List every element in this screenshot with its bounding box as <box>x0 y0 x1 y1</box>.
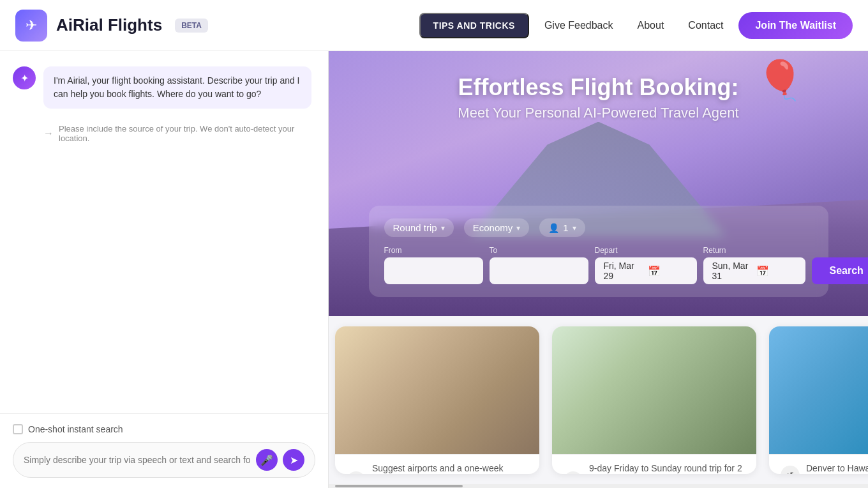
scroll-thumb <box>335 485 463 487</box>
card-arrow-india[interactable]: ↺ <box>347 471 366 474</box>
send-button[interactable]: ➤ <box>283 449 304 471</box>
cabin-class-chevron: ▾ <box>516 224 520 233</box>
return-date-value: Sun, Mar 31 <box>712 261 752 281</box>
return-date-picker[interactable]: Sun, Mar 31 📅 <box>703 257 805 284</box>
depart-label: Depart <box>595 246 697 255</box>
one-shot-toggle[interactable]: One-shot instant search <box>13 424 315 434</box>
nav-right: TIPS AND TRICKS Give Feedback About Cont… <box>419 12 853 39</box>
assistant-avatar: ✦ <box>13 66 36 89</box>
toggle-checkbox[interactable] <box>13 424 23 434</box>
card-footer-cairo: ↺ 9-day Friday to Sunday round trip for … <box>552 454 756 474</box>
to-field-group: To <box>490 246 588 284</box>
chat-input-row: 🎤 ➤ <box>13 442 315 478</box>
assistant-text: I'm Airial, your flight booking assistan… <box>54 75 300 99</box>
depart-calendar-icon: 📅 <box>648 265 688 277</box>
trip-type-selector[interactable]: Round trip ▾ <box>384 218 454 237</box>
chat-message: ✦ I'm Airial, your flight booking assist… <box>13 66 315 109</box>
from-field-group: From <box>384 246 483 284</box>
waitlist-button[interactable]: Join The Waitlist <box>738 12 853 39</box>
hint-text: Please include the source of your trip. … <box>59 124 315 143</box>
mic-button[interactable]: 🎤 <box>256 449 278 471</box>
passenger-selector[interactable]: 👤 1 ▾ <box>539 218 585 237</box>
card-arrow-hawaii[interactable]: ↺ <box>781 466 800 474</box>
cabin-class-label: Economy <box>473 222 513 233</box>
hint-arrow-icon: → <box>43 128 54 139</box>
depart-date-value: Fri, Mar 29 <box>604 261 644 281</box>
chat-panel: ✦ I'm Airial, your flight booking assist… <box>0 51 329 488</box>
card-text-india: Suggest airports and a one-week itinerar… <box>372 462 528 474</box>
passenger-icon: 👤 <box>548 223 559 233</box>
app-title: AiRial Flights <box>56 15 162 35</box>
return-field-group: Return Sun, Mar 31 📅 <box>703 246 805 284</box>
card-image-india <box>335 326 539 454</box>
navbar: ✈ AiRial Flights BETA TIPS AND TRICKS Gi… <box>0 0 868 51</box>
logo-icon: ✈ <box>15 10 47 42</box>
search-box: Round trip ▾ Economy ▾ 👤 1 ▾ Fr <box>369 206 828 297</box>
card-arrow-cairo[interactable]: ↺ <box>564 471 583 474</box>
card-text-cairo: 9-day Friday to Sunday round trip for 2 … <box>589 462 745 474</box>
scroll-indicator <box>329 484 868 488</box>
hero-title-line1: Effortless Flight Booking: <box>458 74 738 101</box>
about-link[interactable]: About <box>629 15 673 36</box>
destination-card: ↺ Denver to Hawaii, Friday morning; retu… <box>769 326 868 474</box>
assistant-bubble: I'm Airial, your flight booking assistan… <box>43 66 311 109</box>
card-text-hawaii: Denver to Hawaii, Friday morning; return… <box>806 462 868 474</box>
chat-footer: One-shot instant search 🎤 ➤ <box>0 413 328 488</box>
hero-title-line2: Meet Your Personal AI-Powered Travel Age… <box>458 105 738 121</box>
return-calendar-icon: 📅 <box>756 265 797 277</box>
destination-card: ↺ 9-day Friday to Sunday round trip for … <box>552 326 756 474</box>
hero-section: 🎈 Effortless Flight Booking: Meet Your P… <box>329 51 868 316</box>
depart-date-picker[interactable]: Fri, Mar 29 📅 <box>595 257 697 284</box>
depart-field-group: Depart Fri, Mar 29 📅 <box>595 246 697 284</box>
passenger-chevron: ▾ <box>572 224 576 233</box>
hero-title: Effortless Flight Booking: Meet Your Per… <box>458 74 738 121</box>
chat-input[interactable] <box>24 455 251 465</box>
toggle-label: One-shot instant search <box>28 424 123 434</box>
logo-container[interactable]: ✈ AiRial Flights BETA <box>15 10 208 42</box>
search-button[interactable]: Search <box>812 257 869 284</box>
to-input[interactable] <box>490 257 588 284</box>
destination-cards: ↺ Suggest airports and a one-week itiner… <box>329 316 868 484</box>
return-label: Return <box>703 246 805 255</box>
destination-card: ↺ Suggest airports and a one-week itiner… <box>335 326 539 474</box>
contact-link[interactable]: Contact <box>679 15 732 36</box>
from-label: From <box>384 246 483 255</box>
card-image-hawaii <box>769 326 868 454</box>
tips-button[interactable]: TIPS AND TRICKS <box>419 13 529 38</box>
feedback-link[interactable]: Give Feedback <box>535 15 622 36</box>
trip-type-label: Round trip <box>393 222 437 233</box>
passenger-count: 1 <box>563 222 568 233</box>
right-panel: 🎈 Effortless Flight Booking: Meet Your P… <box>329 51 868 488</box>
trip-type-chevron: ▾ <box>441 224 445 233</box>
main-content: ✦ I'm Airial, your flight booking assist… <box>0 51 868 488</box>
card-footer-hawaii: ↺ Denver to Hawaii, Friday morning; retu… <box>769 454 868 474</box>
card-footer-india: ↺ Suggest airports and a one-week itiner… <box>335 454 539 474</box>
to-label: To <box>490 246 588 255</box>
from-input[interactable] <box>384 257 483 284</box>
card-image-cairo <box>552 326 756 454</box>
beta-badge: BETA <box>175 19 208 33</box>
search-options: Round trip ▾ Economy ▾ 👤 1 ▾ <box>384 218 813 237</box>
chat-hint: → Please include the source of your trip… <box>13 121 315 143</box>
cabin-class-selector[interactable]: Economy ▾ <box>464 218 530 237</box>
search-fields: From To Depart Fri, Mar 29 📅 <box>384 246 813 284</box>
chat-messages: ✦ I'm Airial, your flight booking assist… <box>0 51 328 413</box>
balloon-icon: 🎈 <box>756 57 804 103</box>
